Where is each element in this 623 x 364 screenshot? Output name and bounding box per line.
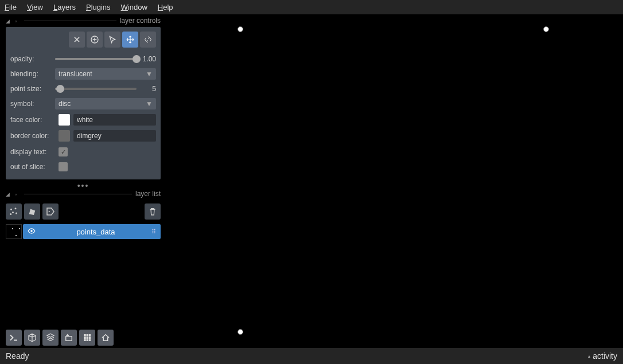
svg-point-7	[30, 230, 33, 232]
layer-controls-title: layer controls	[120, 17, 161, 25]
svg-rect-14	[89, 337, 91, 339]
transpose-icon	[64, 332, 74, 343]
status-bar: Ready ▴ activity	[0, 348, 623, 364]
new-shapes-layer-button[interactable]	[24, 203, 40, 220]
transform-button[interactable]	[140, 32, 156, 48]
symbol-value: disc	[59, 100, 71, 108]
grid-icon	[82, 332, 92, 343]
opacity-slider[interactable]	[55, 58, 137, 60]
activity-toggle[interactable]: ▴ activity	[588, 351, 617, 361]
layer-list-header: ◢ ▫ layer list	[0, 187, 166, 200]
chevron-down-icon: ▼	[146, 70, 153, 78]
close-panel-icon[interactable]: ▫	[15, 18, 21, 23]
facecolor-label: face color:	[10, 116, 55, 124]
svg-rect-13	[87, 337, 89, 339]
layer-item[interactable]: points_data ⠿	[6, 224, 161, 239]
chevron-down-icon: ▼	[146, 100, 153, 108]
menu-window[interactable]: Window	[121, 3, 147, 11]
svg-rect-8	[66, 336, 72, 341]
pointsize-label: point size:	[10, 85, 52, 93]
viewer-canvas[interactable]	[166, 18, 620, 343]
roll-dims-button[interactable]	[42, 330, 59, 346]
move-icon	[126, 35, 135, 44]
pointsize-slider[interactable]	[55, 88, 137, 90]
svg-point-5	[10, 213, 11, 215]
svg-rect-10	[87, 334, 89, 336]
transform-icon	[143, 35, 153, 44]
toggle-grid-button[interactable]	[79, 330, 95, 346]
symbol-dropdown[interactable]: disc ▼	[55, 98, 156, 109]
menu-view[interactable]: View	[27, 3, 43, 11]
drag-handle-icon[interactable]: ⠿	[151, 228, 156, 236]
svg-point-4	[15, 213, 17, 214]
eye-icon[interactable]	[28, 227, 36, 237]
reset-view-button[interactable]	[98, 330, 114, 346]
bordercolor-input[interactable]: dimgrey	[73, 130, 156, 142]
opacity-label: opacity:	[10, 55, 52, 63]
select-points-button[interactable]	[104, 32, 120, 48]
delete-points-button[interactable]	[69, 32, 85, 48]
svg-rect-9	[84, 334, 86, 336]
facecolor-swatch[interactable]	[59, 114, 70, 126]
trash-icon	[147, 206, 158, 217]
status-text: Ready	[6, 351, 29, 361]
point-marker[interactable]	[237, 26, 243, 32]
layer-thumbnail	[6, 224, 22, 239]
undock-icon[interactable]: ◢	[6, 191, 11, 196]
console-icon	[9, 332, 19, 343]
outofslice-label: out of slice:	[10, 163, 55, 171]
layer-name: points_data	[40, 228, 151, 236]
menu-file[interactable]: File	[5, 3, 17, 11]
tag-icon	[45, 206, 56, 217]
undock-icon[interactable]: ◢	[6, 18, 11, 23]
scatter-icon	[9, 206, 19, 217]
symbol-label: symbol:	[10, 100, 52, 108]
svg-rect-17	[89, 339, 91, 341]
new-labels-layer-button[interactable]	[42, 203, 59, 220]
new-points-layer-button[interactable]	[6, 203, 22, 220]
point-marker[interactable]	[543, 26, 549, 32]
delete-layer-button[interactable]	[145, 203, 161, 220]
point-marker[interactable]	[237, 329, 243, 335]
svg-point-2	[15, 208, 17, 209]
displaytext-checkbox[interactable]: ✓	[59, 147, 68, 156]
facecolor-input[interactable]: white	[73, 114, 156, 126]
cursor-icon	[108, 35, 117, 44]
svg-rect-12	[84, 337, 86, 339]
transpose-dims-button[interactable]	[61, 330, 77, 346]
home-icon	[100, 332, 111, 343]
svg-point-3	[12, 212, 14, 213]
svg-rect-11	[89, 334, 91, 336]
panel-resize-handle[interactable]: •••	[0, 179, 166, 187]
toggle-ndisplay-button[interactable]	[24, 330, 40, 346]
x-icon	[72, 35, 81, 44]
menu-layers[interactable]: Layers	[53, 3, 76, 11]
bordercolor-swatch[interactable]	[59, 130, 70, 142]
activity-label: activity	[593, 351, 617, 361]
pan-zoom-button[interactable]	[122, 32, 138, 48]
menu-help[interactable]: Help	[158, 3, 173, 11]
svg-point-6	[49, 211, 50, 212]
roll-icon	[45, 332, 56, 343]
bordercolor-label: border color:	[10, 132, 55, 140]
toggle-console-button[interactable]	[6, 330, 22, 346]
menubar: File View Layers Plugins Window Help	[0, 0, 623, 14]
menu-plugins[interactable]: Plugins	[86, 3, 111, 11]
displaytext-label: display text:	[10, 148, 55, 156]
close-panel-icon[interactable]: ▫	[15, 191, 21, 196]
blending-dropdown[interactable]: translucent ▼	[55, 68, 156, 80]
cube-icon	[27, 332, 37, 343]
add-points-button[interactable]	[87, 32, 103, 48]
blending-label: blending:	[10, 70, 52, 78]
layer-controls: opacity: 1.00 blending: translucent ▼ po…	[6, 27, 161, 179]
outofslice-checkbox[interactable]	[59, 162, 68, 171]
svg-rect-15	[84, 339, 86, 341]
opacity-value: 1.00	[140, 55, 156, 63]
pointsize-value: 5	[140, 85, 156, 93]
polygon-icon	[27, 206, 37, 217]
svg-point-1	[10, 209, 12, 210]
svg-rect-16	[87, 339, 89, 341]
triangle-up-icon: ▴	[588, 354, 590, 359]
layer-controls-header: ◢ ▫ layer controls	[0, 14, 166, 27]
blending-value: translucent	[59, 70, 92, 78]
